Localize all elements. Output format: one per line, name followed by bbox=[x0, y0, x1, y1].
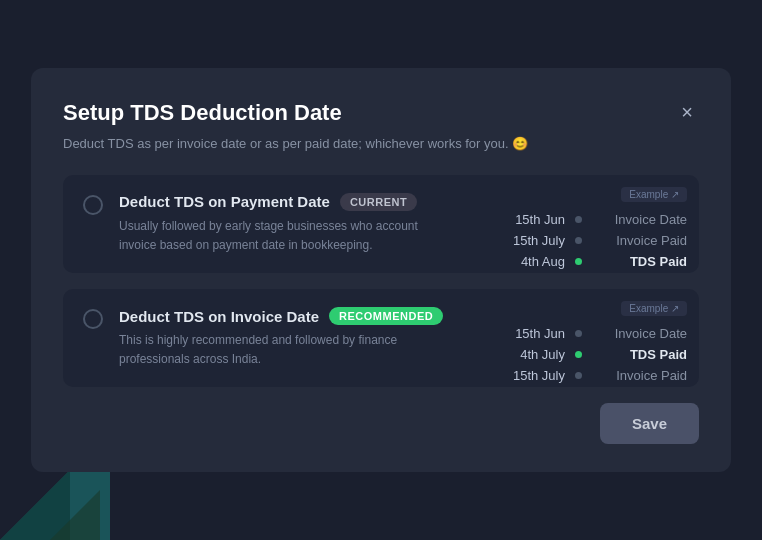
dot-gray-icon bbox=[575, 372, 582, 379]
modal-subtitle: Deduct TDS as per invoice date or as per… bbox=[63, 136, 699, 151]
option1-badge: CURRENT bbox=[340, 193, 417, 211]
radio-payment-date[interactable] bbox=[83, 195, 103, 215]
option2-example-panel: Example ↗ 15th Jun Invoice Date 4th July… bbox=[495, 301, 687, 383]
option2-example-label: Example ↗ bbox=[621, 301, 687, 316]
close-button[interactable]: × bbox=[675, 100, 699, 124]
example-row: 4th July TDS Paid bbox=[495, 347, 687, 362]
option2-description: This is highly recommended and followed … bbox=[119, 331, 439, 369]
modal-title: Setup TDS Deduction Date bbox=[63, 100, 342, 126]
dot-green-icon bbox=[575, 351, 582, 358]
option2-example-rows: 15th Jun Invoice Date 4th July TDS Paid … bbox=[495, 326, 687, 383]
option1-example-rows: 15th Jun Invoice Date 15th July Invoice … bbox=[495, 212, 687, 269]
option-payment-date-card: Deduct TDS on Payment Date CURRENT Usual… bbox=[63, 175, 699, 273]
bg-shape-green bbox=[50, 490, 100, 540]
option-invoice-date-card: Deduct TDS on Invoice Date RECOMMENDED T… bbox=[63, 289, 699, 387]
dot-gray-icon bbox=[575, 237, 582, 244]
setup-tds-modal: Setup TDS Deduction Date × Deduct TDS as… bbox=[31, 68, 731, 473]
example-row: 4th Aug TDS Paid bbox=[495, 254, 687, 269]
option1-example-label: Example ↗ bbox=[621, 187, 687, 202]
example-row: 15th July Invoice Paid bbox=[495, 368, 687, 383]
radio-invoice-date[interactable] bbox=[83, 309, 103, 329]
dot-gray-icon bbox=[575, 216, 582, 223]
dot-gray-icon bbox=[575, 330, 582, 337]
option1-example-panel: Example ↗ 15th Jun Invoice Date 15th Jul… bbox=[495, 187, 687, 269]
option1-description: Usually followed by early stage business… bbox=[119, 217, 439, 255]
modal-footer: Save bbox=[63, 403, 699, 444]
option2-title: Deduct TDS on Invoice Date bbox=[119, 308, 319, 325]
save-button[interactable]: Save bbox=[600, 403, 699, 444]
option1-title: Deduct TDS on Payment Date bbox=[119, 193, 330, 210]
example-row: 15th Jun Invoice Date bbox=[495, 326, 687, 341]
example-row: 15th Jun Invoice Date bbox=[495, 212, 687, 227]
modal-header: Setup TDS Deduction Date × bbox=[63, 100, 699, 126]
option2-badge: RECOMMENDED bbox=[329, 307, 443, 325]
example-row: 15th July Invoice Paid bbox=[495, 233, 687, 248]
dot-green-icon bbox=[575, 258, 582, 265]
